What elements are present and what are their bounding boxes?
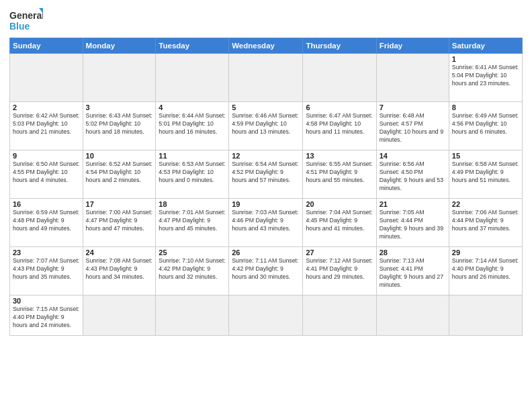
week-row-1: 1Sunrise: 6:41 AM Sunset: 5:04 PM Daylig…: [10, 54, 523, 102]
day-info: Sunrise: 6:42 AM Sunset: 5:03 PM Dayligh…: [13, 112, 80, 136]
table-row: 5Sunrise: 6:46 AM Sunset: 4:59 PM Daylig…: [229, 102, 303, 150]
table-row: 3Sunrise: 6:43 AM Sunset: 5:02 PM Daylig…: [83, 102, 156, 150]
page-header: General Blue: [9, 7, 523, 34]
day-info: Sunrise: 7:13 AM Sunset: 4:41 PM Dayligh…: [380, 257, 446, 289]
day-number: 16: [13, 200, 80, 208]
day-info: Sunrise: 6:48 AM Sunset: 4:57 PM Dayligh…: [380, 112, 446, 144]
table-row: 23Sunrise: 7:07 AM Sunset: 4:43 PM Dayli…: [10, 247, 83, 295]
day-number: 29: [452, 248, 519, 257]
day-number: 9: [13, 152, 80, 160]
day-info: Sunrise: 6:41 AM Sunset: 5:04 PM Dayligh…: [452, 64, 519, 88]
calendar-table: SundayMondayTuesdayWednesdayThursdayFrid…: [9, 38, 523, 336]
table-row: 7Sunrise: 6:48 AM Sunset: 4:57 PM Daylig…: [376, 102, 449, 150]
table-row: [376, 54, 449, 102]
table-row: 25Sunrise: 7:10 AM Sunset: 4:42 PM Dayli…: [156, 247, 229, 295]
table-row: [303, 295, 376, 336]
day-number: 4: [159, 103, 226, 111]
day-number: 1: [452, 55, 519, 63]
weekday-header-row: SundayMondayTuesdayWednesdayThursdayFrid…: [10, 38, 523, 54]
table-row: 29Sunrise: 7:14 AM Sunset: 4:40 PM Dayli…: [449, 247, 522, 295]
week-row-2: 2Sunrise: 6:42 AM Sunset: 5:03 PM Daylig…: [10, 102, 523, 150]
day-info: Sunrise: 6:43 AM Sunset: 5:02 PM Dayligh…: [86, 112, 153, 136]
day-info: Sunrise: 6:50 AM Sunset: 4:55 PM Dayligh…: [13, 161, 80, 185]
day-info: Sunrise: 7:10 AM Sunset: 4:42 PM Dayligh…: [159, 257, 226, 281]
weekday-wednesday: Wednesday: [229, 38, 303, 54]
day-info: Sunrise: 7:12 AM Sunset: 4:41 PM Dayligh…: [306, 257, 373, 281]
day-info: Sunrise: 6:46 AM Sunset: 4:59 PM Dayligh…: [232, 112, 300, 136]
day-number: 19: [232, 200, 300, 208]
week-row-3: 9Sunrise: 6:50 AM Sunset: 4:55 PM Daylig…: [10, 150, 523, 199]
week-row-6: 30Sunrise: 7:15 AM Sunset: 4:40 PM Dayli…: [10, 295, 523, 336]
day-number: 28: [380, 248, 446, 257]
table-row: 11Sunrise: 6:53 AM Sunset: 4:53 PM Dayli…: [156, 150, 229, 199]
day-number: 21: [380, 200, 446, 208]
day-number: 18: [159, 200, 226, 208]
day-number: 15: [452, 152, 519, 160]
day-info: Sunrise: 6:56 AM Sunset: 4:50 PM Dayligh…: [380, 161, 446, 193]
weekday-friday: Friday: [376, 38, 449, 54]
table-row: 28Sunrise: 7:13 AM Sunset: 4:41 PM Dayli…: [376, 247, 449, 295]
day-info: Sunrise: 7:11 AM Sunset: 4:42 PM Dayligh…: [232, 257, 300, 281]
day-number: 2: [13, 103, 80, 111]
day-number: 14: [380, 152, 446, 160]
svg-text:General: General: [9, 10, 43, 21]
day-info: Sunrise: 6:55 AM Sunset: 4:51 PM Dayligh…: [306, 161, 373, 185]
table-row: 14Sunrise: 6:56 AM Sunset: 4:50 PM Dayli…: [376, 150, 449, 199]
table-row: [449, 295, 522, 336]
table-row: [83, 54, 156, 102]
table-row: 26Sunrise: 7:11 AM Sunset: 4:42 PM Dayli…: [229, 247, 303, 295]
weekday-monday: Monday: [83, 38, 156, 54]
svg-text:Blue: Blue: [9, 21, 30, 32]
day-number: 17: [86, 200, 153, 208]
day-info: Sunrise: 7:07 AM Sunset: 4:43 PM Dayligh…: [13, 257, 80, 281]
day-number: 27: [306, 248, 373, 257]
day-number: 11: [159, 152, 226, 160]
table-row: [156, 54, 229, 102]
table-row: [303, 54, 376, 102]
table-row: [229, 54, 303, 102]
day-info: Sunrise: 6:52 AM Sunset: 4:54 PM Dayligh…: [86, 161, 153, 185]
weekday-saturday: Saturday: [449, 38, 522, 54]
day-info: Sunrise: 7:05 AM Sunset: 4:44 PM Dayligh…: [380, 209, 446, 241]
table-row: 1Sunrise: 6:41 AM Sunset: 5:04 PM Daylig…: [449, 54, 522, 102]
day-info: Sunrise: 6:54 AM Sunset: 4:52 PM Dayligh…: [232, 161, 300, 185]
day-number: 5: [232, 103, 300, 111]
day-number: 23: [13, 248, 80, 257]
day-info: Sunrise: 7:15 AM Sunset: 4:40 PM Dayligh…: [13, 306, 80, 330]
table-row: 21Sunrise: 7:05 AM Sunset: 4:44 PM Dayli…: [376, 199, 449, 247]
day-number: 25: [159, 248, 226, 257]
day-number: 8: [452, 103, 519, 111]
day-info: Sunrise: 7:03 AM Sunset: 4:46 PM Dayligh…: [232, 209, 300, 233]
logo: General Blue: [9, 7, 43, 34]
week-row-4: 16Sunrise: 6:59 AM Sunset: 4:48 PM Dayli…: [10, 199, 523, 247]
table-row: 10Sunrise: 6:52 AM Sunset: 4:54 PM Dayli…: [83, 150, 156, 199]
day-info: Sunrise: 7:06 AM Sunset: 4:44 PM Dayligh…: [452, 209, 519, 233]
day-info: Sunrise: 7:04 AM Sunset: 4:45 PM Dayligh…: [306, 209, 373, 233]
day-number: 20: [306, 200, 373, 208]
day-number: 7: [380, 103, 446, 111]
table-row: 12Sunrise: 6:54 AM Sunset: 4:52 PM Dayli…: [229, 150, 303, 199]
table-row: [376, 295, 449, 336]
table-row: 8Sunrise: 6:49 AM Sunset: 4:56 PM Daylig…: [449, 102, 522, 150]
day-number: 12: [232, 152, 300, 160]
day-number: 3: [86, 103, 153, 111]
weekday-tuesday: Tuesday: [156, 38, 229, 54]
table-row: [83, 295, 156, 336]
table-row: 18Sunrise: 7:01 AM Sunset: 4:47 PM Dayli…: [156, 199, 229, 247]
table-row: [156, 295, 229, 336]
day-info: Sunrise: 7:00 AM Sunset: 4:47 PM Dayligh…: [86, 209, 153, 233]
day-info: Sunrise: 6:59 AM Sunset: 4:48 PM Dayligh…: [13, 209, 80, 233]
table-row: [10, 54, 83, 102]
table-row: 13Sunrise: 6:55 AM Sunset: 4:51 PM Dayli…: [303, 150, 376, 199]
table-row: [229, 295, 303, 336]
day-info: Sunrise: 6:44 AM Sunset: 5:01 PM Dayligh…: [159, 112, 226, 136]
table-row: 9Sunrise: 6:50 AM Sunset: 4:55 PM Daylig…: [10, 150, 83, 199]
week-row-5: 23Sunrise: 7:07 AM Sunset: 4:43 PM Dayli…: [10, 247, 523, 295]
table-row: 19Sunrise: 7:03 AM Sunset: 4:46 PM Dayli…: [229, 199, 303, 247]
day-number: 24: [86, 248, 153, 257]
day-number: 13: [306, 152, 373, 160]
day-info: Sunrise: 6:49 AM Sunset: 4:56 PM Dayligh…: [452, 112, 519, 136]
day-number: 26: [232, 248, 300, 257]
weekday-thursday: Thursday: [303, 38, 376, 54]
table-row: 22Sunrise: 7:06 AM Sunset: 4:44 PM Dayli…: [449, 199, 522, 247]
